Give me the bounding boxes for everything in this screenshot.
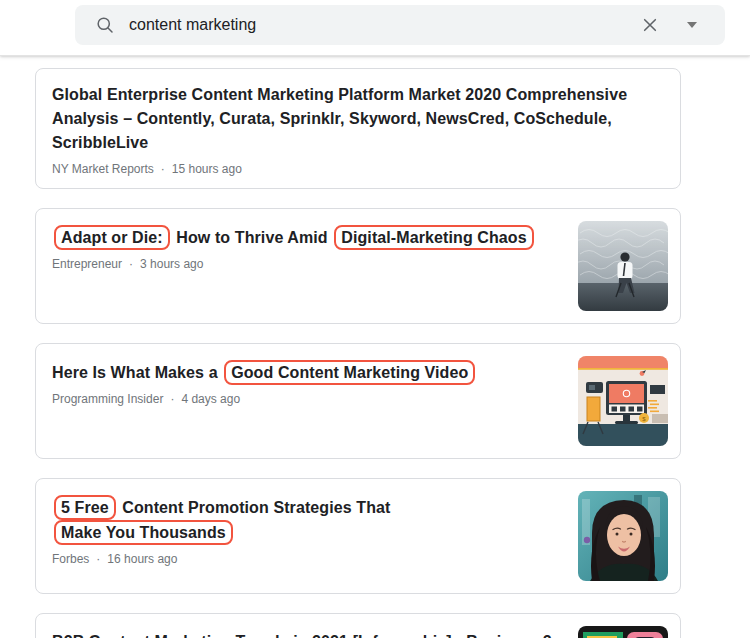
article-source: Forbes xyxy=(52,552,89,566)
article-time: 4 days ago xyxy=(181,392,240,406)
title-highlight-box: Good Content Marketing Video xyxy=(224,360,475,385)
search-icon xyxy=(95,15,115,35)
infographic-thumbnail xyxy=(578,626,668,638)
article-title[interactable]: B2B Content Marketing Trends in 2021 [In… xyxy=(52,630,570,638)
title-highlight-box: Make You Thousands xyxy=(54,520,233,545)
article-thumbnail[interactable] xyxy=(578,626,668,638)
search-header xyxy=(0,0,750,56)
article-time: 16 hours ago xyxy=(107,552,177,566)
title-segment: Content Promotion Strategies That xyxy=(118,499,391,516)
title-segment: Global Enterprise Content Marketing Plat… xyxy=(52,86,627,151)
news-card-5[interactable]: B2B Content Marketing Trends in 2021 [In… xyxy=(35,613,681,638)
article-title[interactable]: 5 Free Content Promotion Strategies That… xyxy=(52,495,570,545)
article-title[interactable]: Global Enterprise Content Marketing Plat… xyxy=(52,83,660,155)
article-thumbnail[interactable]: $ xyxy=(578,356,668,446)
title-highlight-box: Adapt or Die: xyxy=(54,225,170,250)
meta-separator: · xyxy=(129,257,133,271)
chevron-down-icon[interactable] xyxy=(687,22,697,28)
article-thumbnail[interactable] xyxy=(578,491,668,581)
meta-separator: · xyxy=(161,162,165,176)
article-meta: Programming Insider·4 days ago xyxy=(52,392,570,406)
article-source: NY Market Reports xyxy=(52,162,154,176)
article-meta: NY Market Reports·15 hours ago xyxy=(52,162,660,176)
news-card-4[interactable]: 5 Free Content Promotion Strategies That… xyxy=(35,478,681,594)
search-results-list: Global Enterprise Content Marketing Plat… xyxy=(0,56,750,638)
search-bar[interactable] xyxy=(75,5,725,45)
news-card-1[interactable]: Global Enterprise Content Marketing Plat… xyxy=(35,68,681,189)
article-time: 3 hours ago xyxy=(140,257,203,271)
title-segment: B2B Content Marketing Trends in 2021 [In… xyxy=(52,633,552,638)
workspace-illustration: $ xyxy=(578,356,668,446)
article-meta: Entrepreneur·3 hours ago xyxy=(52,257,570,271)
article-title[interactable]: Adapt or Die: How to Thrive Amid Digital… xyxy=(52,225,570,250)
man-on-stool-photo xyxy=(578,221,668,311)
article-source: Programming Insider xyxy=(52,392,163,406)
article-title[interactable]: Here Is What Makes a Good Content Market… xyxy=(52,360,570,385)
title-highlight-box: Digital-Marketing Chaos xyxy=(334,225,533,250)
title-highlight-box: 5 Free xyxy=(54,495,116,520)
meta-separator: · xyxy=(96,552,100,566)
article-source: Entrepreneur xyxy=(52,257,122,271)
article-meta: Forbes·16 hours ago xyxy=(52,552,570,566)
news-card-3[interactable]: Here Is What Makes a Good Content Market… xyxy=(35,343,681,459)
close-icon[interactable] xyxy=(639,14,661,36)
news-card-2[interactable]: Adapt or Die: How to Thrive Amid Digital… xyxy=(35,208,681,324)
article-time: 15 hours ago xyxy=(172,162,242,176)
woman-portrait xyxy=(578,491,668,581)
search-input[interactable] xyxy=(129,13,631,37)
article-thumbnail[interactable] xyxy=(578,221,668,311)
title-segment: How to Thrive Amid xyxy=(172,229,333,246)
title-segment: Here Is What Makes a xyxy=(52,364,222,381)
meta-separator: · xyxy=(170,392,174,406)
